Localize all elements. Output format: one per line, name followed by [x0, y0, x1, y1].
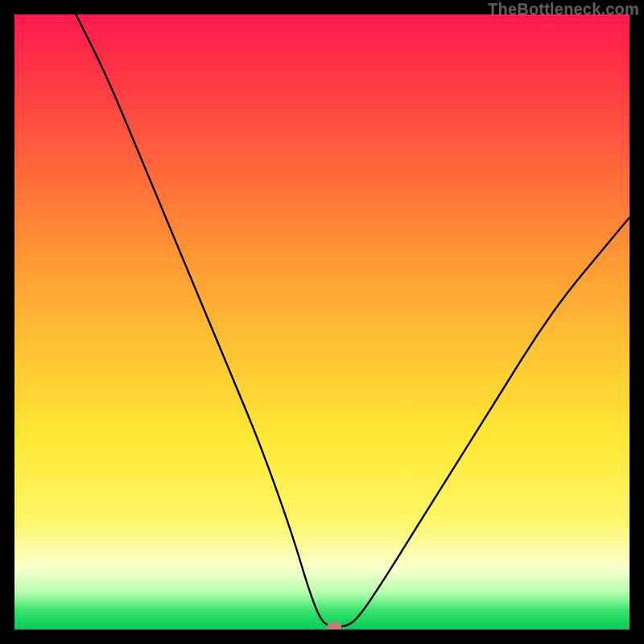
bottleneck-curve	[14, 14, 630, 630]
attribution-label: TheBottleneck.com	[488, 0, 639, 19]
chart-frame: TheBottleneck.com	[0, 0, 644, 644]
plot-area	[14, 14, 630, 630]
minimum-marker	[327, 621, 341, 630]
